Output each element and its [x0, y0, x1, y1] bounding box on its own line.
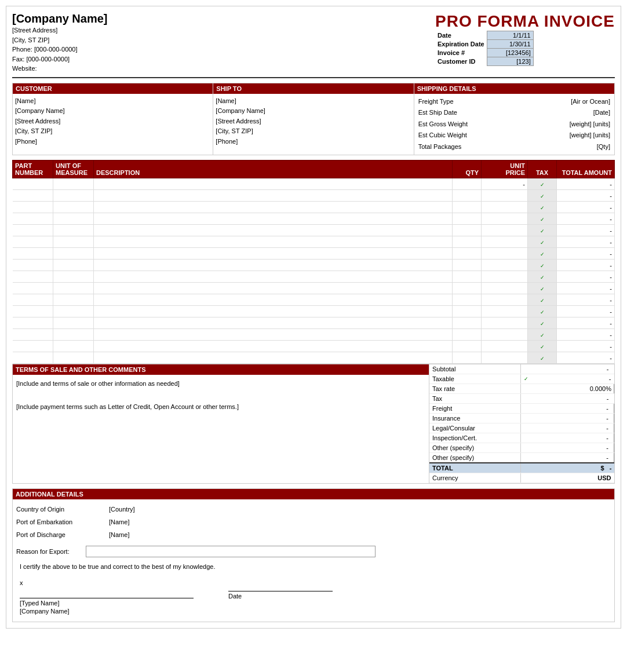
cell-tax: ✓ [528, 178, 557, 190]
cell-total: - [557, 190, 615, 202]
currency-value: USD [520, 473, 614, 483]
cell-tax: ✓ [528, 260, 557, 271]
cell-qty [453, 213, 482, 225]
cell-price [482, 329, 528, 341]
cell-uom [53, 178, 94, 190]
cell-total: - [557, 341, 615, 352]
expiration-value: 1/30/11 [487, 40, 533, 49]
cell-part [13, 283, 53, 294]
company-city: [City, ST ZIP] [12, 35, 107, 45]
cell-price [482, 213, 528, 225]
tax-value: - [520, 394, 614, 404]
table-row: ✓- [13, 248, 615, 260]
taxrate-value: 0.000% [520, 384, 614, 394]
info-section: CUSTOMER [Name] [Company Name] [Street A… [12, 83, 615, 156]
company-fax: Fax: [000-000-0000] [12, 54, 107, 64]
cell-total: - [557, 225, 615, 236]
table-row: ✓- [13, 236, 615, 248]
cell-tax: ✓ [528, 294, 557, 306]
packages-value: [Qty] [523, 141, 612, 153]
cell-qty [453, 306, 482, 317]
packages-label: Total Packages [417, 141, 523, 153]
cell-uom [53, 283, 94, 294]
embarkation-row: Port of Embarkation [Name] [16, 516, 611, 528]
additional-section: ADDITIONAL DETAILS Country of Origin [Co… [12, 488, 615, 622]
ship-date-label: Est Ship Date [417, 107, 523, 119]
cell-qty [453, 294, 482, 306]
cell-qty [453, 225, 482, 236]
cell-desc [94, 283, 453, 294]
cell-part [13, 306, 53, 317]
cell-desc [94, 225, 453, 236]
company-phone: Phone: [000-000-0000] [12, 45, 107, 54]
cell-desc [94, 260, 453, 271]
sig-date-line [228, 591, 333, 591]
sig-block-name: x [Typed Name] [Company Name] [20, 579, 194, 615]
terms-section: TERMS OF SALE AND OTHER COMMENTS [Includ… [12, 364, 429, 484]
meta-table: Date 1/1/11 Expiration Date 1/30/11 Invo… [435, 31, 534, 66]
reason-label: Reason for Export: [16, 548, 86, 555]
customer-company: [Company Name] [15, 106, 210, 116]
cell-uom [53, 202, 94, 213]
products-table: PARTNUMBER UNIT OFMEASURE DESCRIPTION QT… [12, 160, 615, 364]
terms-header: TERMS OF SALE AND OTHER COMMENTS [13, 364, 429, 375]
table-row: ✓- [13, 317, 615, 329]
insurance-value: - [520, 414, 614, 423]
table-row: ✓- [13, 283, 615, 294]
table-row: -✓- [13, 178, 615, 190]
taxable-value: ✓ - [520, 374, 614, 384]
cell-uom [53, 294, 94, 306]
cell-uom [53, 225, 94, 236]
table-row: ✓- [13, 202, 615, 213]
inspection-label: Inspection/Cert. [429, 433, 520, 443]
customer-city: [City, ST ZIP] [15, 126, 210, 137]
cell-uom [53, 271, 94, 283]
cell-price [482, 225, 528, 236]
cell-price [482, 352, 528, 364]
cell-uom [53, 329, 94, 341]
customer-phone: [Phone] [15, 137, 210, 147]
cell-price [482, 202, 528, 213]
table-row: ✓- [13, 329, 615, 341]
cell-part [13, 352, 53, 364]
cell-price [482, 317, 528, 329]
sig-line [20, 598, 194, 598]
cell-desc [94, 294, 453, 306]
cell-total: - [557, 329, 615, 341]
taxable-label: Taxable [429, 374, 520, 384]
table-row: ✓- [13, 306, 615, 317]
cell-price [482, 236, 528, 248]
cell-price [482, 260, 528, 271]
cell-price [482, 283, 528, 294]
insurance-label: Insurance [429, 414, 520, 423]
invoice-num-value: [123456] [487, 49, 533, 57]
cell-tax: ✓ [528, 283, 557, 294]
cell-qty [453, 248, 482, 260]
tax-label: Tax [429, 394, 520, 404]
cell-total: - [557, 271, 615, 283]
sig-date-label: Date [228, 593, 333, 600]
sig-block-date: Date [228, 579, 333, 615]
shipping-table: Freight Type [Air or Ocean] Est Ship Dat… [417, 96, 612, 153]
country-label: Country of Origin [16, 503, 109, 516]
customer-header: CUSTOMER [13, 83, 213, 94]
table-row: ✓- [13, 213, 615, 225]
cell-part [13, 271, 53, 283]
cell-part [13, 236, 53, 248]
cell-desc [94, 329, 453, 341]
cell-part [13, 202, 53, 213]
reason-row: Reason for Export: [16, 546, 611, 557]
customer-id-value: [123] [487, 57, 533, 66]
other2-value: - [520, 453, 614, 463]
cell-tax: ✓ [528, 225, 557, 236]
freight-label: Freight Type [417, 96, 523, 108]
gross-weight-value: [weight] [units] [523, 119, 612, 130]
company-website: Website: [12, 64, 107, 74]
taxrate-label: Tax rate [429, 384, 520, 394]
table-row: ✓- [13, 294, 615, 306]
reason-input[interactable] [86, 546, 376, 557]
cell-tax: ✓ [528, 213, 557, 225]
table-row: ✓- [13, 260, 615, 271]
header-part: PARTNUMBER [13, 160, 53, 178]
cell-tax: ✓ [528, 317, 557, 329]
